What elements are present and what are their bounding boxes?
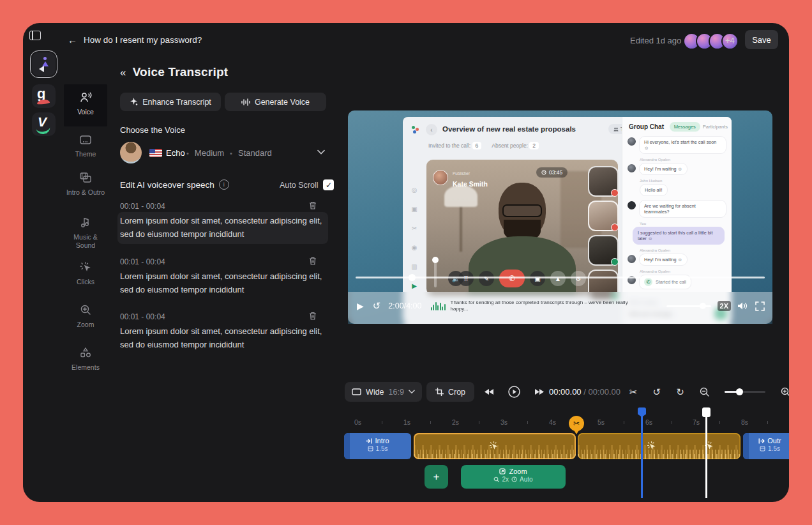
- delete-entry-icon[interactable]: [308, 201, 317, 210]
- absent-label: Absent people: 2: [492, 142, 539, 149]
- chat-sender: John Hudson: [640, 179, 726, 183]
- delete-entry-icon[interactable]: [308, 311, 317, 321]
- app-icon-g[interactable]: g: [32, 84, 56, 108]
- fullscreen-icon[interactable]: [755, 301, 765, 311]
- delete-entry-icon[interactable]: [308, 256, 317, 266]
- sidebar-item-voice[interactable]: Voice: [64, 91, 107, 116]
- auto-scroll-control: Auto Scroll ✓: [280, 179, 334, 190]
- intro-icon: [366, 438, 372, 444]
- sidebar-item-theme[interactable]: Theme: [64, 135, 107, 158]
- split-scissors-icon[interactable]: ✂: [629, 386, 638, 398]
- crop-button[interactable]: Crop: [426, 382, 474, 402]
- call-back-icon: ‹: [426, 124, 437, 135]
- project-title: How do I resent my password?: [84, 35, 202, 45]
- chat-messages: Hi everyone, let's start the call soon ☺…: [628, 136, 726, 293]
- sidebar-item-clicks[interactable]: Clicks: [64, 261, 107, 286]
- choose-voice-label: Choose the Voice: [120, 125, 185, 135]
- back-arrow-icon[interactable]: ←: [68, 34, 77, 45]
- edited-timestamp: Edited 1d ago: [630, 36, 681, 45]
- phone-icon: ✆: [644, 278, 652, 286]
- chat-sender: Alexandra Opalen: [640, 270, 726, 273]
- play-button[interactable]: [508, 386, 520, 398]
- add-zoom-button[interactable]: +: [425, 465, 448, 489]
- zoom-icon: [80, 304, 91, 316]
- chat-bubble: Are we waiting for absent teammates?: [639, 200, 726, 218]
- speed-badge[interactable]: 2X: [718, 301, 731, 311]
- seek-bar[interactable]: [356, 277, 765, 278]
- speaker-icon[interactable]: [737, 301, 748, 310]
- sidebar-item-intro-outro[interactable]: Intro & Outro: [64, 172, 107, 197]
- speaker-name: Kate Smith: [453, 180, 488, 188]
- volume-handle[interactable]: [700, 303, 706, 309]
- chat-sender: You: [640, 222, 726, 225]
- voice-style: Standard: [238, 148, 272, 158]
- caption-waveform-icon: [431, 301, 446, 310]
- collapse-panel-icon[interactable]: «: [120, 66, 126, 79]
- volume-slider[interactable]: [666, 305, 711, 307]
- split-marker[interactable]: ✂: [569, 416, 584, 431]
- zoom-in-icon[interactable]: [781, 387, 789, 397]
- chat-bubble: Hi everyone, let's start the call soon ☺: [639, 136, 726, 154]
- playhead-secondary[interactable]: [641, 407, 643, 498]
- avatar-overflow-count[interactable]: +4: [725, 36, 735, 45]
- transcript-entry-text[interactable]: Lorem ipsum dolor sit amet, consectetur …: [120, 270, 326, 297]
- redo-icon[interactable]: ↻: [676, 386, 684, 398]
- skip-forward-icon[interactable]: [534, 388, 545, 395]
- panel-title: Voice Transcript: [133, 65, 229, 79]
- call-timer: 03:45: [536, 167, 568, 178]
- sidebar-item-zoom[interactable]: Zoom: [64, 304, 107, 329]
- zoom-slider-handle[interactable]: [736, 388, 743, 395]
- sidebar-item-elements[interactable]: Elements: [64, 347, 107, 372]
- skip-back-icon[interactable]: [484, 388, 494, 395]
- entry-timestamp: 00:01 - 00:04: [120, 202, 165, 211]
- entry-timestamp: 00:01 - 00:04: [120, 257, 165, 266]
- transcript-entry-text[interactable]: Lorem ipsum dolor sit amet, consectetur …: [120, 325, 326, 352]
- zoom-effect-clip[interactable]: Zoom 2xAuto: [461, 465, 566, 489]
- settings-icon: ⚙: [571, 271, 586, 286]
- video-preview[interactable]: ‹ Overview of new real estate proposals …: [348, 110, 772, 324]
- timeline-zoom-slider[interactable]: [725, 391, 765, 393]
- generate-voice-button[interactable]: Generate Voice: [225, 93, 326, 111]
- chat-sender: Alexandra Opalen: [640, 248, 726, 252]
- end-call-button: ✆: [499, 270, 525, 287]
- auto-scroll-checkbox[interactable]: ✓: [323, 179, 334, 190]
- edit-icon: ✎: [479, 271, 494, 286]
- zoom-out-icon[interactable]: [700, 387, 709, 397]
- camera-icon: ▣: [530, 271, 545, 286]
- ruler-label: 1s: [403, 418, 410, 426]
- outro-icon: [758, 438, 765, 444]
- call-title: Overview of new real estate proposals: [442, 125, 576, 133]
- info-icon[interactable]: i: [219, 179, 229, 190]
- audio-clip-segment-1[interactable]: [414, 433, 576, 459]
- restart-icon[interactable]: ↺: [373, 300, 381, 312]
- app-icon-current[interactable]: [32, 52, 56, 76]
- chevron-down-icon: [409, 390, 415, 394]
- duration-icon: [760, 446, 765, 452]
- chevron-down-icon[interactable]: [317, 149, 325, 155]
- voice-selector[interactable]: Echo • Medium • Standard: [120, 142, 326, 165]
- play-icon[interactable]: ▶: [357, 301, 364, 311]
- app-icon-v[interactable]: V: [32, 112, 56, 136]
- invited-count: 6: [472, 142, 482, 149]
- aspect-ratio-button[interactable]: Wide 16:9: [345, 382, 422, 402]
- sidebar-toggle-icon[interactable]: [29, 31, 41, 40]
- enhance-transcript-button[interactable]: Enhance Transcript: [120, 93, 221, 111]
- edit-voiceover-label-row: Edit AI voiceover speech i: [120, 179, 229, 190]
- voice-avatar: [120, 142, 142, 164]
- ruler-label: 8s: [741, 418, 748, 426]
- raise-icon: ▲: [550, 271, 566, 286]
- ruler-label: 5s: [598, 418, 605, 426]
- intro-outro-icon: [79, 172, 92, 183]
- sidebar-item-music-sound[interactable]: Music & Sound: [64, 217, 107, 250]
- chat-bubble: Hello all!: [640, 184, 668, 196]
- playhead-primary[interactable]: [705, 407, 707, 498]
- intro-clip[interactable]: Intro 1.5s: [344, 433, 411, 459]
- transcript-entry-text[interactable]: Lorem ipsum dolor sit amet, consectetur …: [120, 215, 326, 241]
- outro-clip[interactable]: Outr 1.5s: [743, 433, 789, 459]
- invited-label: Invited to the call: 6: [428, 142, 481, 149]
- undo-icon[interactable]: ↺: [653, 386, 661, 398]
- click-event-icon: [489, 441, 499, 451]
- audio-clip-segment-2[interactable]: [578, 433, 741, 459]
- save-button[interactable]: Save: [745, 30, 778, 49]
- clicks-icon: [79, 261, 92, 273]
